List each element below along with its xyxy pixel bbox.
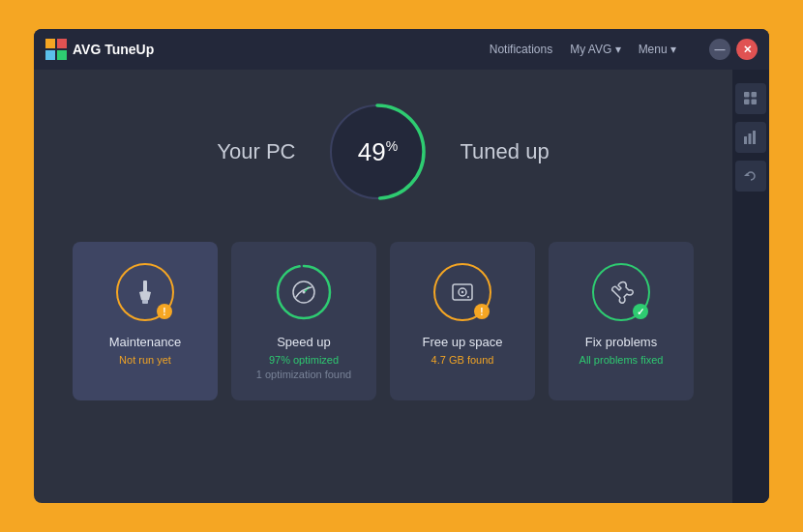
pc-label: Your PC bbox=[217, 139, 295, 164]
cards-container: ! Maintenance Not run yet bbox=[73, 242, 694, 400]
svg-rect-7 bbox=[752, 100, 758, 105]
speed-up-icon-wrapper bbox=[275, 263, 333, 321]
app-window: AVG TuneUp Notifications My AVG ▾ Menu ▾… bbox=[34, 29, 769, 503]
speed-up-card[interactable]: Speed up 97% optimized 1 optimization fo… bbox=[231, 242, 376, 400]
logo: AVG TuneUp bbox=[45, 39, 154, 60]
nav-my-avg[interactable]: My AVG ▾ bbox=[570, 43, 620, 56]
fix-problems-title: Fix problems bbox=[585, 335, 657, 349]
svg-point-19 bbox=[303, 291, 306, 294]
speed-up-title: Speed up bbox=[277, 335, 331, 349]
nav-notifications[interactable]: Notifications bbox=[490, 43, 552, 56]
speed-up-subtitle1: 97% optimized bbox=[269, 353, 339, 368]
svg-rect-9 bbox=[749, 133, 752, 144]
svg-rect-4 bbox=[744, 92, 750, 98]
fix-problems-card[interactable]: ✓ Fix problems All problems fixed bbox=[549, 242, 694, 400]
app-title: AVG TuneUp bbox=[73, 42, 154, 57]
svg-point-22 bbox=[461, 291, 463, 293]
maintenance-icon-wrapper: ! bbox=[116, 263, 174, 321]
wrench-icon bbox=[608, 279, 635, 306]
maintenance-badge: ! bbox=[157, 304, 172, 319]
free-up-badge: ! bbox=[474, 304, 490, 319]
speed-circle-container bbox=[275, 263, 333, 321]
free-up-title: Free up space bbox=[422, 335, 502, 349]
svg-rect-8 bbox=[744, 136, 747, 144]
tuned-label: Tuned up bbox=[460, 139, 549, 164]
speed-up-subtitle2: 1 optimization found bbox=[256, 368, 351, 382]
svg-rect-1 bbox=[57, 39, 67, 48]
fix-problems-badge: ✓ bbox=[633, 304, 648, 319]
svg-point-23 bbox=[467, 296, 469, 298]
avg-logo-icon bbox=[45, 39, 67, 60]
svg-rect-5 bbox=[752, 92, 758, 98]
svg-marker-11 bbox=[744, 173, 750, 176]
menu-arrow: ▾ bbox=[670, 43, 676, 56]
titlebar: AVG TuneUp Notifications My AVG ▾ Menu ▾… bbox=[34, 29, 769, 70]
sidebar-chart-button[interactable] bbox=[735, 122, 766, 153]
maintenance-card[interactable]: ! Maintenance Not run yet bbox=[73, 242, 218, 400]
progress-value: 49% bbox=[358, 137, 398, 167]
free-up-icon-wrapper: ! bbox=[433, 263, 491, 321]
fix-problems-subtitle: All problems fixed bbox=[580, 353, 664, 368]
grid-icon bbox=[744, 92, 758, 105]
svg-rect-15 bbox=[142, 300, 148, 304]
my-avg-arrow: ▾ bbox=[615, 43, 621, 56]
maintenance-subtitle: Not run yet bbox=[119, 353, 171, 368]
window-controls: — ✕ bbox=[709, 39, 758, 60]
svg-rect-3 bbox=[57, 50, 67, 60]
main-content: Your PC 49% Tuned up bbox=[34, 70, 732, 503]
sidebar bbox=[732, 70, 769, 503]
close-button[interactable]: ✕ bbox=[736, 39, 758, 60]
progress-circle: 49% bbox=[324, 99, 431, 205]
sidebar-grid-button[interactable] bbox=[735, 83, 766, 114]
chart-icon bbox=[744, 131, 758, 144]
svg-rect-10 bbox=[753, 131, 756, 144]
broom-icon bbox=[132, 279, 159, 306]
svg-rect-14 bbox=[143, 281, 147, 292]
free-up-space-card[interactable]: ! Free up space 4.7 GB found bbox=[390, 242, 535, 400]
nav-menu[interactable]: Menu ▾ bbox=[639, 43, 676, 56]
maintenance-title: Maintenance bbox=[109, 335, 181, 349]
svg-rect-0 bbox=[45, 39, 55, 48]
titlebar-right: Notifications My AVG ▾ Menu ▾ — ✕ bbox=[490, 39, 758, 60]
undo-icon bbox=[744, 169, 758, 183]
free-up-subtitle: 4.7 GB found bbox=[431, 353, 494, 368]
sidebar-undo-button[interactable] bbox=[735, 161, 766, 192]
fix-problems-icon-wrapper: ✓ bbox=[592, 263, 650, 321]
progress-section: Your PC 49% Tuned up bbox=[217, 99, 549, 205]
speedometer-icon bbox=[291, 280, 316, 305]
svg-rect-2 bbox=[45, 50, 55, 60]
svg-rect-6 bbox=[744, 100, 750, 105]
harddisk-icon bbox=[449, 279, 476, 306]
titlebar-nav: Notifications My AVG ▾ Menu ▾ bbox=[490, 43, 676, 56]
minimize-button[interactable]: — bbox=[709, 39, 730, 60]
